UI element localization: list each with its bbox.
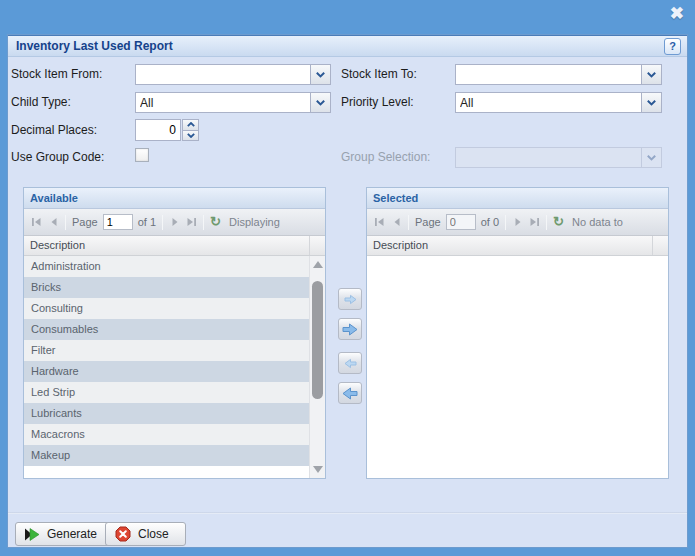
next-page-icon[interactable] [166,214,183,231]
toolbar-separator [162,215,163,230]
selected-panel-title: Selected [367,188,668,209]
page-number-input[interactable] [446,214,476,230]
close-button[interactable]: Close [105,522,186,546]
prev-page-icon[interactable] [45,214,62,231]
window-chrome: ✖ Inventory Last Used Report ? Stock Ite… [0,0,695,556]
toolbar-separator [546,215,547,230]
selected-pager-toolbar: Page of 0 ↻ No data to [367,209,668,236]
list-item[interactable]: Consumables [24,319,309,340]
help-button[interactable]: ? [664,38,681,55]
spin-down-icon[interactable] [182,131,199,142]
chevron-down-icon[interactable] [641,65,661,84]
refresh-icon[interactable]: ↻ [207,214,224,231]
footer-separator [8,512,687,514]
spin-up-icon[interactable] [182,119,199,131]
first-page-icon[interactable] [28,214,45,231]
list-item[interactable]: Makeup [24,445,309,466]
list-item[interactable]: Consulting [24,298,309,319]
toolbar-separator [203,215,204,230]
stock-item-from-label: Stock Item From: [11,67,102,81]
refresh-icon[interactable]: ↻ [550,214,567,231]
decimal-places-input[interactable] [135,119,181,141]
scrollbar[interactable] [309,256,325,478]
move-all-right-button[interactable] [338,318,362,340]
list-item[interactable]: Lubricants [24,403,309,424]
close-icon[interactable]: ✖ [670,4,684,24]
dialog-title: Inventory Last Used Report [16,39,173,53]
chevron-down-icon[interactable] [310,65,330,84]
list-item[interactable]: Filter [24,340,309,361]
next-page-icon[interactable] [509,214,526,231]
child-type-combo[interactable] [135,92,331,113]
move-all-left-button[interactable] [338,382,362,404]
available-panel: Available Page of 1 [23,187,326,479]
available-pager-toolbar: Page of 1 ↻ Displaying [24,209,325,236]
use-group-code-label: Use Group Code: [11,150,104,164]
pager-status-text: No data to [572,216,623,228]
stock-item-to-combo[interactable] [455,64,662,85]
stock-item-to-label: Stock Item To: [341,67,417,81]
last-page-icon[interactable] [526,214,543,231]
stock-item-from-input[interactable] [136,65,310,84]
generate-button[interactable]: Generate [15,522,110,546]
description-column-header[interactable]: Description [24,236,325,256]
prev-page-icon[interactable] [388,214,405,231]
child-type-input[interactable] [136,93,310,112]
decimal-places-label: Decimal Places: [11,123,97,137]
selected-panel: Selected Page of 0 [366,187,669,479]
report-dialog: Inventory Last Used Report ? Stock Item … [7,34,688,548]
generate-icon [24,528,40,541]
scroll-up-icon[interactable] [313,261,323,268]
chevron-down-icon [641,148,661,167]
move-right-button[interactable] [338,288,362,310]
generate-button-label: Generate [47,527,97,541]
selected-grid [367,256,668,478]
list-item[interactable]: Administration [24,256,309,277]
stock-item-to-input[interactable] [456,65,641,84]
toolbar-separator [65,215,66,230]
toolbar-separator [408,215,409,230]
group-selection-combo [455,147,662,168]
last-page-icon[interactable] [183,214,200,231]
use-group-code-checkbox[interactable] [135,148,149,162]
page-label: Page [72,216,98,228]
priority-level-label: Priority Level: [341,95,414,109]
group-selection-input [456,148,641,167]
close-stop-icon [115,526,131,542]
group-selection-label: Group Selection: [341,150,430,164]
list-item[interactable]: Bricks [24,277,309,298]
available-grid: AdministrationBricksConsultingConsumable… [24,256,325,478]
page-of-label: of 0 [481,216,499,228]
chevron-down-icon[interactable] [641,93,661,112]
column-header-spacer [309,236,325,255]
priority-level-combo[interactable] [455,92,662,113]
description-column-header[interactable]: Description [367,236,668,256]
move-left-button[interactable] [338,352,362,374]
available-panel-title: Available [24,188,325,209]
list-item[interactable]: Led Strip [24,382,309,403]
child-type-label: Child Type: [11,95,71,109]
dialog-header: Inventory Last Used Report ? [8,35,687,57]
scroll-down-icon[interactable] [313,466,323,473]
column-header-spacer [652,236,668,255]
first-page-icon[interactable] [371,214,388,231]
page-of-label: of 1 [138,216,156,228]
list-item[interactable]: Hardware [24,361,309,382]
pager-status-text: Displaying [229,216,280,228]
list-item[interactable]: Macacrons [24,424,309,445]
chevron-down-icon[interactable] [310,93,330,112]
decimal-places-spinner[interactable] [135,119,199,141]
available-list: AdministrationBricksConsultingConsumable… [24,256,309,466]
scrollbar-thumb[interactable] [312,281,323,399]
page-number-input[interactable] [103,214,133,230]
close-button-label: Close [138,527,169,541]
page-label: Page [415,216,441,228]
stock-item-from-combo[interactable] [135,64,331,85]
priority-level-input[interactable] [456,93,641,112]
toolbar-separator [505,215,506,230]
